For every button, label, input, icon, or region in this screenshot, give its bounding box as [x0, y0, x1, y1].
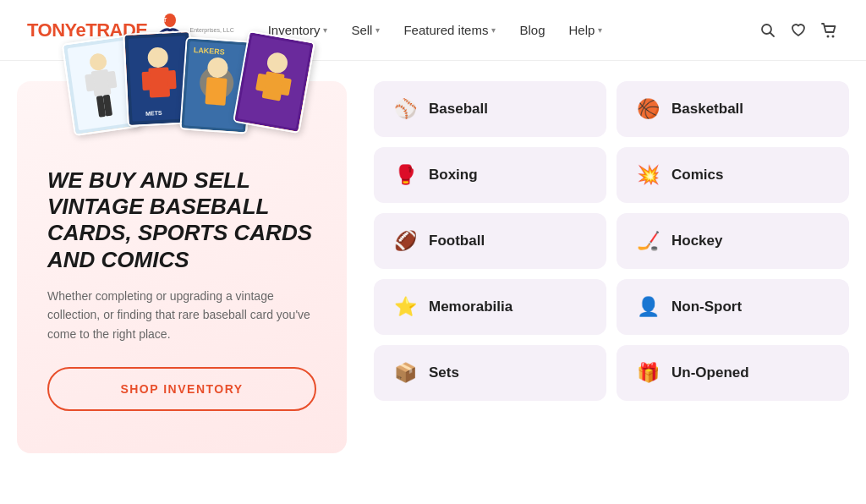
- boxing-icon: 🥊: [394, 164, 417, 186]
- hockey-icon: 🏒: [637, 230, 660, 252]
- shop-inventory-button[interactable]: SHOP INVENTORY: [47, 367, 316, 411]
- chevron-down-icon: ▾: [323, 25, 327, 35]
- football-icon: 🏈: [394, 230, 417, 252]
- category-comics[interactable]: 💥 Comics: [617, 147, 849, 203]
- search-button[interactable]: [759, 22, 776, 39]
- content-layout: METS LAKERS: [17, 81, 849, 453]
- comics-icon: 💥: [637, 164, 660, 186]
- heart-icon: [790, 22, 807, 39]
- category-comics-label: Comics: [671, 167, 723, 184]
- category-football-label: Football: [429, 233, 485, 249]
- category-basketball-label: Basketball: [671, 101, 743, 118]
- category-hockey-label: Hockey: [671, 233, 722, 249]
- logo-sub: Enterprises, LLC: [190, 27, 234, 33]
- search-icon: [759, 22, 776, 39]
- svg-rect-19: [167, 70, 177, 89]
- category-unopened-label: Un-Opened: [671, 364, 749, 381]
- cart-button[interactable]: [820, 21, 839, 40]
- svg-line-3: [770, 32, 775, 36]
- hero-title: WE BUY AND SELL VINTAGE BASEBALL CARDS, …: [47, 167, 316, 273]
- svg-text:T: T: [163, 17, 167, 23]
- category-football[interactable]: 🏈 Football: [374, 213, 606, 269]
- category-non-sport-label: Non-Sport: [671, 299, 742, 315]
- chevron-down-icon: ▾: [491, 25, 496, 35]
- cards-decoration: METS LAKERS: [68, 39, 308, 132]
- category-unopened[interactable]: 🎁 Un-Opened: [617, 345, 849, 401]
- category-hockey[interactable]: 🏒 Hockey: [617, 213, 849, 269]
- svg-rect-18: [142, 72, 151, 90]
- category-memorabilia[interactable]: ⭐ Memorabilia: [374, 279, 606, 335]
- hero-description: Whether completing or upgrading a vintag…: [47, 287, 316, 343]
- category-basketball[interactable]: 🏀 Basketball: [617, 81, 849, 137]
- memorabilia-icon: ⭐: [394, 296, 417, 318]
- category-boxing-label: Boxing: [429, 167, 478, 184]
- basketball-icon: 🏀: [637, 98, 660, 120]
- category-non-sport[interactable]: 👤 Non-Sport: [617, 279, 849, 335]
- svg-point-5: [832, 35, 835, 37]
- category-baseball-label: Baseball: [429, 101, 488, 118]
- svg-text:METS: METS: [145, 110, 162, 117]
- non-sport-icon: 👤: [637, 296, 660, 318]
- category-memorabilia-label: Memorabilia: [429, 299, 512, 315]
- nav-featured-items[interactable]: Featured items ▾: [403, 23, 496, 37]
- chevron-down-icon: ▾: [375, 25, 380, 35]
- hero-panel: METS LAKERS: [17, 81, 347, 453]
- category-boxing[interactable]: 🥊 Boxing: [374, 147, 606, 203]
- category-sets-label: Sets: [429, 364, 459, 381]
- categories-grid: ⚾ Baseball 🏀 Basketball 🥊 Boxing 💥 Comic…: [374, 81, 849, 401]
- category-sets[interactable]: 📦 Sets: [374, 345, 606, 401]
- svg-rect-17: [148, 67, 170, 97]
- svg-point-4: [827, 35, 830, 37]
- main-nav: Inventory ▾ Sell ▾ Featured items ▾ Blog…: [268, 23, 759, 37]
- chevron-down-icon: ▾: [598, 25, 602, 35]
- nav-blog[interactable]: Blog: [519, 23, 545, 37]
- unopened-icon: 🎁: [637, 362, 660, 384]
- header-icons: [759, 21, 839, 40]
- nav-sell[interactable]: Sell ▾: [351, 23, 380, 37]
- sets-icon: 📦: [394, 362, 417, 384]
- category-baseball[interactable]: ⚾ Baseball: [374, 81, 606, 137]
- main-content: METS LAKERS: [0, 61, 866, 487]
- svg-rect-26: [205, 77, 227, 106]
- wishlist-button[interactable]: [790, 22, 807, 39]
- baseball-icon: ⚾: [394, 98, 417, 120]
- cart-icon: [820, 21, 839, 40]
- nav-help[interactable]: Help ▾: [568, 23, 602, 37]
